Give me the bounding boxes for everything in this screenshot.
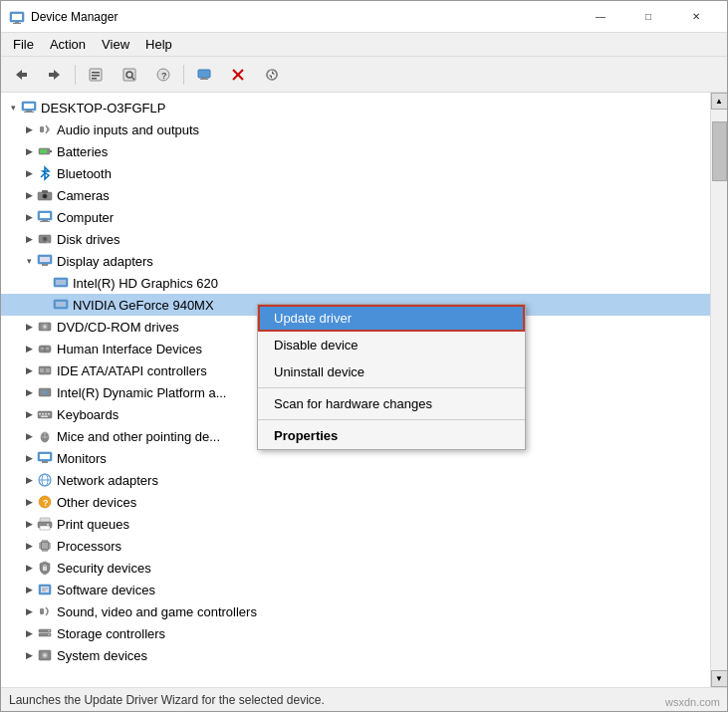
print-expand-icon: ▶	[21, 516, 37, 532]
dvd-expand-icon: ▶	[21, 319, 37, 335]
print-label: Print queues	[57, 517, 129, 532]
close-button[interactable]: ✕	[673, 1, 719, 33]
properties-button[interactable]	[80, 61, 112, 89]
nvidia-label: NVIDIA GeForce 940MX	[73, 298, 214, 313]
tree-item-monitors[interactable]: ▶ Monitors	[1, 447, 710, 469]
processors-label: Processors	[57, 539, 121, 554]
tree-item-system[interactable]: ▶ System devices	[1, 644, 710, 666]
svg-point-65	[43, 390, 47, 394]
monitors-label: Monitors	[57, 451, 107, 466]
svg-point-56	[44, 326, 46, 328]
svg-rect-32	[40, 149, 47, 153]
tree-item-print[interactable]: ▶ Print queues	[1, 513, 710, 535]
title-bar: Device Manager — □ ✕	[1, 1, 727, 33]
disk-expand-icon: ▶	[21, 231, 37, 247]
tree-item-software[interactable]: ▶ Software devices	[1, 579, 710, 600]
svg-rect-49	[42, 264, 48, 266]
forward-button[interactable]	[39, 61, 71, 89]
tree-item-other[interactable]: ▶ ? Other devices	[1, 491, 710, 513]
hid-expand-icon: ▶	[21, 341, 37, 356]
disk-icon	[37, 231, 53, 247]
context-uninstall-device[interactable]: Uninstall device	[258, 358, 525, 385]
svg-rect-11	[92, 78, 97, 80]
tree-item-intel-hd[interactable]: Intel(R) HD Graphics 620	[1, 272, 710, 294]
svg-rect-46	[47, 242, 49, 243]
hid-label: Human Interface Devices	[57, 342, 202, 356]
svg-rect-69	[45, 413, 47, 415]
scroll-up-button[interactable]: ▲	[711, 93, 728, 110]
bluetooth-label: Bluetooth	[57, 166, 112, 181]
scroll-thumb[interactable]	[712, 121, 727, 181]
tree-item-storage[interactable]: ▶ Storage controllers	[1, 622, 710, 644]
tree-item-security[interactable]: ▶ Security devices	[1, 557, 710, 579]
tree-item-audio[interactable]: ▶ Audio inputs and outputs	[1, 119, 710, 140]
context-disable-device[interactable]: Disable device	[258, 332, 525, 358]
back-button[interactable]	[5, 61, 37, 89]
menu-help[interactable]: Help	[137, 35, 180, 54]
svg-marker-33	[43, 167, 49, 179]
svg-rect-59	[46, 348, 49, 350]
tree-item-display[interactable]: ▾ Display adapters	[1, 250, 710, 272]
svg-rect-85	[40, 526, 50, 530]
scan-button[interactable]	[114, 61, 145, 89]
menu-view[interactable]: View	[94, 35, 137, 54]
svg-text:?: ?	[161, 71, 167, 81]
svg-rect-63	[46, 368, 50, 372]
delete-button[interactable]	[222, 61, 254, 89]
menu-file[interactable]: File	[5, 35, 42, 54]
intel-dyn-expand-icon: ▶	[21, 384, 37, 400]
svg-rect-7	[49, 73, 54, 77]
svg-rect-26	[24, 104, 34, 109]
software-expand-icon: ▶	[21, 582, 37, 597]
scrollbar[interactable]: ▲ ▼	[710, 93, 727, 687]
svg-rect-51	[56, 280, 66, 285]
other-expand-icon: ▶	[21, 494, 37, 510]
tree-item-network[interactable]: ▶ Network adapters	[1, 469, 710, 491]
intel-dyn-label: Intel(R) Dynamic Platform a...	[57, 385, 227, 400]
scroll-down-button[interactable]: ▼	[711, 670, 728, 687]
tree-item-cameras[interactable]: ▶ Cameras	[1, 184, 710, 206]
display-button[interactable]	[188, 61, 220, 89]
toolbar-separator-1	[75, 65, 76, 85]
svg-rect-107	[40, 608, 44, 614]
other-icon: ?	[37, 494, 53, 510]
display-icon	[37, 253, 53, 269]
svg-rect-68	[42, 413, 44, 415]
svg-rect-67	[39, 413, 41, 415]
monitors-icon	[37, 450, 53, 466]
svg-rect-40	[40, 213, 50, 218]
computer-expand-icon: ▶	[21, 209, 37, 225]
audio-label: Audio inputs and outputs	[57, 122, 199, 137]
tree-item-batteries[interactable]: ▶ Batteries	[1, 140, 710, 162]
menu-action[interactable]: Action	[42, 35, 94, 54]
maximize-button[interactable]: □	[625, 1, 671, 33]
batteries-expand-icon: ▶	[21, 143, 37, 159]
context-update-driver[interactable]: Update driver	[258, 305, 525, 332]
svg-marker-24	[269, 71, 275, 79]
status-bar: Launches the Update Driver Wizard for th…	[1, 687, 727, 711]
svg-rect-10	[92, 75, 100, 77]
tree-item-sound[interactable]: ▶ Sound, video and game controllers	[1, 600, 710, 622]
tree-root[interactable]: ▾ DESKTOP-O3FGFLP	[1, 97, 710, 119]
update-button[interactable]	[256, 61, 288, 89]
audio-icon	[37, 121, 53, 137]
help-button[interactable]: ?	[147, 61, 179, 89]
cameras-expand-icon: ▶	[21, 187, 37, 203]
window-controls: — □ ✕	[578, 1, 719, 33]
context-properties[interactable]: Properties	[258, 422, 525, 449]
svg-rect-71	[41, 416, 48, 418]
tree-item-disk[interactable]: ▶ Disk drives	[1, 228, 710, 250]
keyboards-icon	[37, 406, 53, 422]
network-icon	[37, 472, 53, 488]
tree-item-computer[interactable]: ▶ Computer	[1, 206, 710, 228]
dvd-icon	[37, 319, 53, 335]
minimize-button[interactable]: —	[578, 1, 623, 33]
mice-label: Mice and other pointing de...	[57, 429, 220, 444]
context-scan-hardware[interactable]: Scan for hardware changes	[258, 390, 525, 417]
tree-item-processors[interactable]: ▶	[1, 535, 710, 557]
system-expand-icon: ▶	[21, 647, 37, 663]
context-menu: Update driver Disable device Uninstall d…	[257, 304, 526, 450]
storage-expand-icon: ▶	[21, 625, 37, 641]
processors-expand-icon: ▶	[21, 538, 37, 554]
tree-item-bluetooth[interactable]: ▶ Bluetooth	[1, 162, 710, 184]
